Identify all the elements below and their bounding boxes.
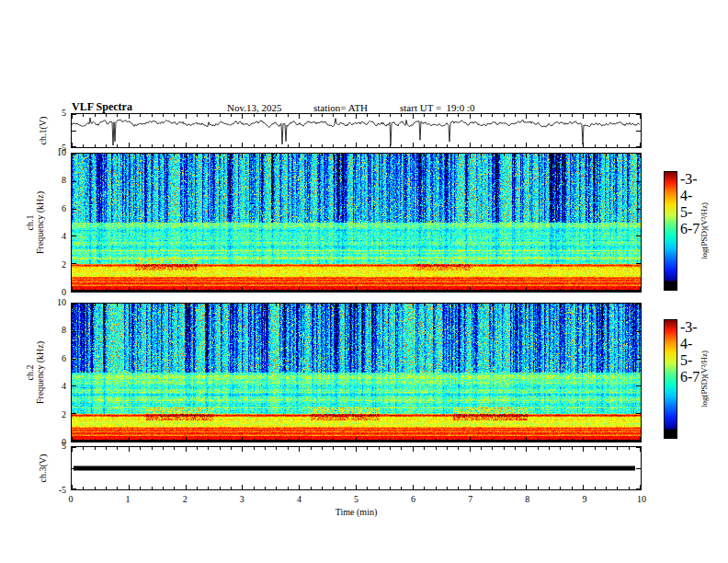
y-tick-label: 8 <box>62 176 66 185</box>
y-tick-label: 4 <box>62 382 66 391</box>
x-tick-label: 1 <box>126 494 131 504</box>
ch3-waveform-yticks: 5-5 <box>48 446 68 490</box>
ch2-colorbar <box>664 319 677 439</box>
time-axis-ticks: 012345678910 <box>71 494 642 505</box>
y-tick-label: 2 <box>62 260 66 270</box>
ch1-waveform-panel <box>71 113 642 148</box>
y-tick-label: 5 <box>62 442 66 451</box>
colorbar-tick-label: -3 <box>680 171 692 187</box>
ch3-waveform-plot <box>72 447 641 489</box>
y-tick-label: 5 <box>62 109 66 118</box>
y-tick-label: 4 <box>62 232 66 241</box>
y-tick-label: -5 <box>59 486 66 495</box>
ch2-colorbar-ticks: -3-4-5-6-7 <box>680 319 700 439</box>
ch1-spectrogram <box>72 154 641 292</box>
y-tick-label: 10 <box>57 148 66 157</box>
ch1-waveform-plot <box>72 114 641 147</box>
colorbar-tick-label: -7 <box>688 221 700 236</box>
colorbar-tick-label: -7 <box>688 369 700 385</box>
y-tick-label: 8 <box>62 326 66 335</box>
x-tick-label: 7 <box>468 494 472 504</box>
x-tick-label: 8 <box>525 494 529 504</box>
ch2-label-channel: ch.2 <box>25 341 35 404</box>
colorbar-tick-label: -3 <box>680 319 692 335</box>
x-tick-label: 6 <box>411 494 415 504</box>
time-axis-label: Time (min) <box>71 507 642 517</box>
x-tick-label: 2 <box>183 494 188 504</box>
ch3-waveform-panel <box>71 446 642 490</box>
ch2-spectrogram <box>72 304 641 442</box>
ch1-waveform-ylabel-text: ch.1(V) <box>38 117 48 145</box>
plot-station: station= ATH <box>313 102 368 113</box>
ch3-waveform-ylabel-text: ch.3(V) <box>38 454 48 483</box>
x-tick-label: 0 <box>69 494 74 504</box>
ch1-spectrogram-ylabel: ch.1 Frequency (kHz) <box>25 191 45 254</box>
ch2-spectrogram-ylabel: ch.2 Frequency (kHz) <box>25 341 45 404</box>
ch1-waveform-yticks: 5-5 <box>48 113 68 148</box>
x-tick-label: 5 <box>354 494 358 504</box>
y-tick-label: 6 <box>62 354 66 363</box>
y-tick-label: 10 <box>57 298 66 307</box>
ch2-spectrogram-yticks: 1086420 <box>48 303 68 442</box>
plot-date: Nov.13, 2025 <box>227 102 281 113</box>
plot-start-ut: start UT = 19:0 :0 <box>400 102 474 113</box>
y-tick-label: 2 <box>62 410 66 419</box>
x-tick-label: 9 <box>582 494 586 504</box>
y-tick-label: 0 <box>62 288 66 297</box>
ch1-spectrogram-panel <box>71 153 642 293</box>
ch1-colorbar <box>664 171 677 291</box>
ch2-spectrogram-panel <box>71 303 642 442</box>
vlf-spectra-figure: VLF Spectra Nov.13, 2025 station= ATH st… <box>0 0 728 563</box>
ch1-label-frequency: Frequency (kHz) <box>35 191 45 254</box>
ch2-colorbar-label: log(PSD)(V²/Hz) <box>700 350 709 408</box>
ch1-label-channel: ch.1 <box>25 191 35 254</box>
ch1-colorbar-label: log(PSD)(V²/Hz) <box>700 202 709 259</box>
plot-title: VLF Spectra <box>72 100 132 114</box>
x-tick-label: 3 <box>240 494 245 504</box>
ch1-spectrogram-yticks: 1086420 <box>48 153 68 293</box>
ch3-waveform-ylabel: ch.3(V) <box>38 454 48 483</box>
y-tick-label: 6 <box>62 204 66 213</box>
ch2-label-frequency: Frequency (kHz) <box>35 341 45 404</box>
ch1-waveform-ylabel: ch.1(V) <box>38 117 48 145</box>
x-tick-label: 10 <box>637 494 646 504</box>
x-tick-label: 4 <box>297 494 301 504</box>
ch1-colorbar-ticks: -3-4-5-6-7 <box>680 171 700 291</box>
